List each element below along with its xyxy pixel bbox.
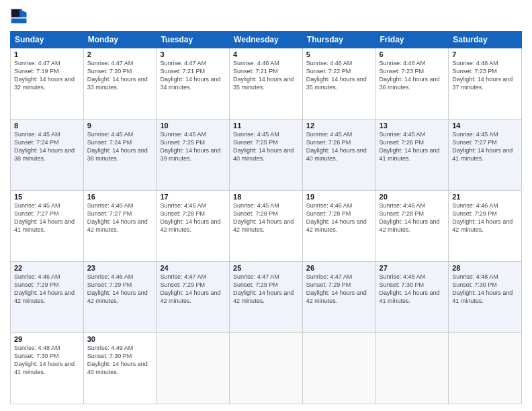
day-info: Sunrise: 4:45 AMSunset: 7:26 PMDaylight:… [380,130,445,163]
page: SundayMondayTuesdayWednesdayThursdayFrid… [0,0,532,411]
calendar-cell: 22Sunrise: 4:46 AMSunset: 7:29 PMDayligh… [11,262,84,333]
calendar-week-2: 8Sunrise: 4:45 AMSunset: 7:24 PMDaylight… [11,120,522,191]
calendar-week-3: 15Sunrise: 4:45 AMSunset: 7:27 PMDayligh… [11,191,522,262]
calendar-cell: 17Sunrise: 4:45 AMSunset: 7:28 PMDayligh… [157,191,230,262]
day-number: 22 [14,264,80,272]
calendar-cell: 19Sunrise: 4:46 AMSunset: 7:28 PMDayligh… [302,191,375,262]
weekday-header-thursday: Thursday [302,32,375,48]
calendar-cell [302,333,375,404]
day-number: 4 [233,50,299,58]
day-info: Sunrise: 4:46 AMSunset: 7:23 PMDaylight:… [380,59,445,92]
day-info: Sunrise: 4:47 AMSunset: 7:21 PMDaylight:… [160,59,226,92]
calendar-cell: 18Sunrise: 4:45 AMSunset: 7:28 PMDayligh… [230,191,303,262]
day-info: Sunrise: 4:45 AMSunset: 7:24 PMDaylight:… [14,130,80,163]
day-number: 13 [380,122,445,130]
calendar-cell: 15Sunrise: 4:45 AMSunset: 7:27 PMDayligh… [11,191,84,262]
calendar-cell: 6Sunrise: 4:46 AMSunset: 7:23 PMDaylight… [375,48,449,120]
day-number: 10 [160,122,226,130]
day-number: 24 [160,264,226,272]
calendar-header: SundayMondayTuesdayWednesdayThursdayFrid… [11,32,522,48]
day-info: Sunrise: 4:45 AMSunset: 7:25 PMDaylight:… [233,130,299,163]
calendar-body: 1Sunrise: 4:47 AMSunset: 7:19 PMDaylight… [11,48,522,404]
calendar-cell: 30Sunrise: 4:49 AMSunset: 7:30 PMDayligh… [83,333,157,404]
day-number: 3 [160,50,226,58]
day-number: 18 [233,193,299,201]
day-number: 16 [87,193,153,201]
day-number: 23 [87,264,153,272]
calendar-cell: 12Sunrise: 4:45 AMSunset: 7:26 PMDayligh… [302,120,375,191]
calendar-cell: 23Sunrise: 4:46 AMSunset: 7:29 PMDayligh… [83,262,157,333]
day-info: Sunrise: 4:47 AMSunset: 7:29 PMDaylight:… [160,273,226,306]
day-number: 6 [380,50,445,58]
logo [10,7,32,26]
calendar-cell: 11Sunrise: 4:45 AMSunset: 7:25 PMDayligh… [230,120,303,191]
calendar-cell: 1Sunrise: 4:47 AMSunset: 7:19 PMDaylight… [11,48,84,120]
day-number: 9 [87,122,153,130]
day-number: 12 [306,122,372,130]
calendar-cell: 16Sunrise: 4:45 AMSunset: 7:27 PMDayligh… [83,191,157,262]
day-number: 21 [452,193,518,201]
calendar-cell: 4Sunrise: 4:46 AMSunset: 7:21 PMDaylight… [230,48,303,120]
day-number: 19 [306,193,372,201]
header-row: SundayMondayTuesdayWednesdayThursdayFrid… [11,32,522,48]
calendar-cell: 27Sunrise: 4:48 AMSunset: 7:30 PMDayligh… [375,262,449,333]
calendar-week-5: 29Sunrise: 4:48 AMSunset: 7:30 PMDayligh… [11,333,522,404]
calendar-table: SundayMondayTuesdayWednesdayThursdayFrid… [10,31,522,404]
weekday-header-sunday: Sunday [11,32,84,48]
calendar-cell: 9Sunrise: 4:45 AMSunset: 7:24 PMDaylight… [83,120,157,191]
header [10,7,522,26]
day-info: Sunrise: 4:45 AMSunset: 7:27 PMDaylight:… [452,130,518,163]
day-number: 25 [233,264,299,272]
calendar-cell [157,333,230,404]
calendar-cell: 21Sunrise: 4:46 AMSunset: 7:29 PMDayligh… [449,191,522,262]
calendar-cell: 28Sunrise: 4:48 AMSunset: 7:30 PMDayligh… [449,262,522,333]
weekday-header-saturday: Saturday [449,32,522,48]
calendar-cell: 2Sunrise: 4:47 AMSunset: 7:20 PMDaylight… [83,48,157,120]
day-info: Sunrise: 4:45 AMSunset: 7:26 PMDaylight:… [306,130,372,163]
day-number: 11 [233,122,299,130]
calendar-cell: 14Sunrise: 4:45 AMSunset: 7:27 PMDayligh… [449,120,522,191]
calendar-cell: 20Sunrise: 4:46 AMSunset: 7:28 PMDayligh… [375,191,449,262]
day-info: Sunrise: 4:46 AMSunset: 7:29 PMDaylight:… [452,201,518,234]
weekday-header-tuesday: Tuesday [157,32,230,48]
day-info: Sunrise: 4:46 AMSunset: 7:29 PMDaylight:… [87,273,153,306]
calendar-week-1: 1Sunrise: 4:47 AMSunset: 7:19 PMDaylight… [11,48,522,120]
day-info: Sunrise: 4:47 AMSunset: 7:19 PMDaylight:… [14,59,80,92]
day-info: Sunrise: 4:46 AMSunset: 7:21 PMDaylight:… [233,59,299,92]
calendar-cell: 26Sunrise: 4:47 AMSunset: 7:29 PMDayligh… [302,262,375,333]
calendar-cell: 10Sunrise: 4:45 AMSunset: 7:25 PMDayligh… [157,120,230,191]
day-info: Sunrise: 4:47 AMSunset: 7:29 PMDaylight:… [306,273,372,306]
day-info: Sunrise: 4:45 AMSunset: 7:27 PMDaylight:… [14,201,80,234]
day-number: 17 [160,193,226,201]
calendar-cell: 25Sunrise: 4:47 AMSunset: 7:29 PMDayligh… [230,262,303,333]
svg-rect-2 [11,19,27,24]
day-number: 30 [87,335,153,343]
calendar-cell: 5Sunrise: 4:46 AMSunset: 7:22 PMDaylight… [302,48,375,120]
day-number: 27 [380,264,445,272]
day-info: Sunrise: 4:47 AMSunset: 7:20 PMDaylight:… [87,59,153,92]
day-number: 7 [452,50,518,58]
day-info: Sunrise: 4:46 AMSunset: 7:23 PMDaylight:… [452,59,518,92]
day-info: Sunrise: 4:46 AMSunset: 7:29 PMDaylight:… [14,273,80,306]
day-info: Sunrise: 4:45 AMSunset: 7:27 PMDaylight:… [87,201,153,234]
day-number: 29 [14,335,80,343]
day-number: 8 [14,122,80,130]
day-number: 15 [14,193,80,201]
day-info: Sunrise: 4:46 AMSunset: 7:22 PMDaylight:… [306,59,372,92]
day-info: Sunrise: 4:49 AMSunset: 7:30 PMDaylight:… [87,344,153,377]
day-number: 5 [306,50,372,58]
day-number: 14 [452,122,518,130]
calendar-cell: 8Sunrise: 4:45 AMSunset: 7:24 PMDaylight… [11,120,84,191]
calendar-cell: 7Sunrise: 4:46 AMSunset: 7:23 PMDaylight… [449,48,522,120]
day-number: 26 [306,264,372,272]
calendar-week-4: 22Sunrise: 4:46 AMSunset: 7:29 PMDayligh… [11,262,522,333]
calendar-cell: 29Sunrise: 4:48 AMSunset: 7:30 PMDayligh… [11,333,84,404]
day-number: 1 [14,50,80,58]
calendar-cell [230,333,303,404]
weekday-header-monday: Monday [83,32,157,48]
weekday-header-friday: Friday [375,32,449,48]
calendar-cell: 3Sunrise: 4:47 AMSunset: 7:21 PMDaylight… [157,48,230,120]
day-info: Sunrise: 4:45 AMSunset: 7:24 PMDaylight:… [87,130,153,163]
logo-icon [10,7,29,26]
weekday-header-wednesday: Wednesday [230,32,303,48]
